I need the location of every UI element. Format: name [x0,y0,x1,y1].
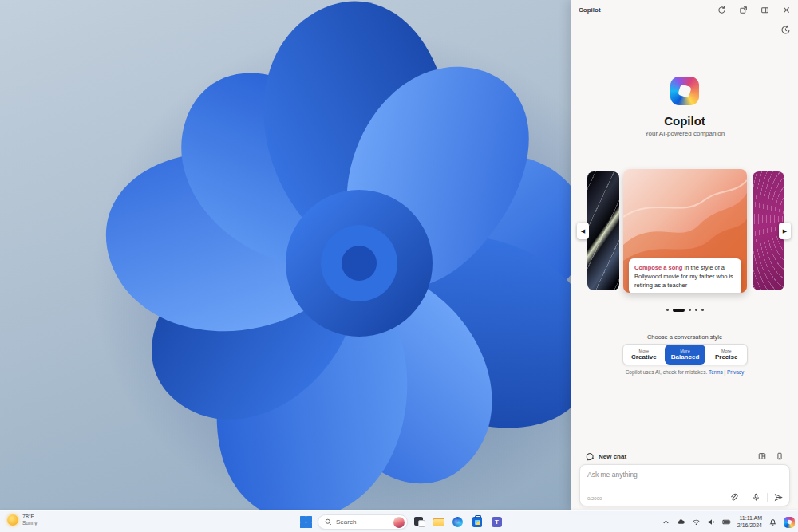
microphone-icon[interactable] [752,493,760,502]
history-icon[interactable] [780,24,792,35]
conversation-style-heading: Choose a conversation style [571,333,798,341]
conversation-style-picker: More Creative More Balanced More Precise [622,344,748,365]
minimize-icon[interactable] [695,5,705,14]
copilot-logo-icon [670,77,699,105]
divider [745,493,745,502]
new-chat-label: New chat [598,453,626,460]
screen: Copilot Copilot Your AI-powered compan [0,0,798,532]
copilot-hero: Copilot Your AI-powered companion [571,77,798,137]
bloom-graphic [0,0,571,510]
carousel-previous-arrow-icon[interactable]: ◀ [577,223,589,239]
sun-icon [7,514,18,526]
volume-icon[interactable] [707,518,716,526]
chat-input[interactable] [587,471,782,479]
divider [767,493,768,502]
notification-bell-icon[interactable] [768,518,777,526]
attachment-icon[interactable] [729,493,738,502]
style-option-label-bottom: Precise [715,353,737,361]
prompt-highlight-text: Compose a song [634,264,682,271]
carousel-next-arrow-icon[interactable]: ▶ [779,223,791,239]
pagination-dot[interactable] [695,309,697,311]
onedrive-cloud-icon[interactable] [677,518,685,526]
composer-actions [729,493,783,502]
pagination-dot[interactable] [701,309,704,311]
battery-icon[interactable] [722,518,731,526]
carousel-card-previous[interactable] [587,171,619,290]
edge-browser-icon[interactable] [452,515,465,529]
copilot-tagline: Your AI-powered companion [571,130,798,137]
ai-disclaimer: Copilot uses AI, check for mistakes. Ter… [571,369,798,375]
taskbar: 78°F Sunny Search T [0,510,798,532]
style-option-balanced[interactable]: More Balanced [665,345,706,365]
copilot-app-name: Copilot [571,114,798,128]
open-in-new-window-icon[interactable] [738,5,748,14]
split-window-icon[interactable] [760,5,769,14]
copilot-taskbar-icon[interactable] [784,517,795,528]
start-button-icon[interactable] [300,516,312,528]
system-tray: 11:11 AM 2/16/2024 [662,511,795,532]
microsoft-store-icon[interactable] [471,515,484,529]
weather-temperature: 78°F [22,514,37,520]
search-highlight-image [393,517,405,528]
new-chat-row: New chat [586,451,784,462]
panel-title: Copilot [579,6,601,14]
weather-widget[interactable]: 78°F Sunny [4,513,40,527]
titlebar-controls [695,5,791,14]
chat-composer: 0/2000 [579,464,790,506]
close-icon[interactable] [781,5,791,14]
search-placeholder: Search [336,518,389,526]
prompt-carousel: Compose a song in the style of a Bollywo… [571,169,798,293]
carousel-pagination [571,309,798,312]
terms-link[interactable]: Terms [709,369,723,375]
pagination-dot[interactable] [689,309,691,311]
panel-titlebar: Copilot [571,0,798,19]
taskbar-search[interactable]: Search [318,514,408,530]
carousel-card-active[interactable]: Compose a song in the style of a Bollywo… [623,169,747,293]
pagination-dot[interactable] [666,309,669,311]
pagination-dot-active[interactable] [673,309,685,312]
style-option-creative[interactable]: More Creative [623,345,665,365]
wifi-icon[interactable] [692,518,701,526]
search-icon [325,518,332,526]
taskbar-center: Search T [300,511,504,532]
file-explorer-icon[interactable] [433,515,446,529]
character-counter: 0/2000 [587,496,602,501]
disclaimer-text: Copilot uses AI, check for mistakes. [626,369,708,375]
clock-date: 2/16/2024 [737,522,762,530]
weather-condition: Sunny [22,520,37,526]
style-option-label-bottom: Balanced [671,353,700,361]
new-chat-button[interactable]: New chat [586,452,626,461]
clock-time: 11:11 AM [737,515,762,522]
style-option-label-bottom: Creative [631,353,657,361]
new-chat-icon [586,452,595,461]
tray-overflow-chevron-icon[interactable] [662,518,670,526]
privacy-link[interactable]: Privacy [727,369,744,375]
chat-tools [758,452,784,460]
send-icon[interactable] [774,493,783,502]
style-option-precise[interactable]: More Precise [705,345,747,365]
phone-icon[interactable] [776,452,784,460]
task-view-icon[interactable] [413,515,427,529]
suggested-prompt-card[interactable]: Compose a song in the style of a Bollywo… [629,258,741,293]
teams-icon[interactable]: T [490,515,504,529]
layout-board-icon[interactable] [758,452,766,460]
copilot-panel: Copilot Copilot Your AI-powered compan [571,0,798,510]
desktop-wallpaper [0,0,571,510]
refresh-icon[interactable] [717,5,726,14]
taskbar-clock[interactable]: 11:11 AM 2/16/2024 [737,515,762,530]
link-divider: | [725,369,726,375]
